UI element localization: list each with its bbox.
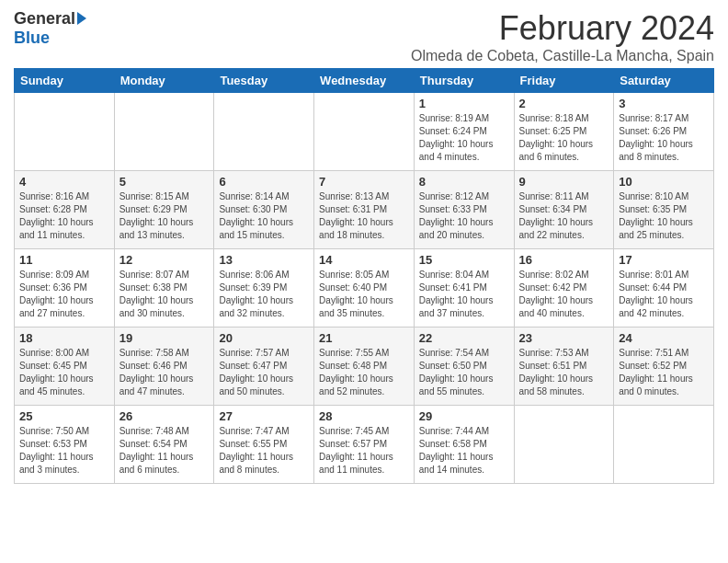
day-number: 3 — [619, 97, 709, 110]
calendar-cell: 28Sunrise: 7:45 AM Sunset: 6:57 PM Dayli… — [314, 406, 415, 484]
day-info: Sunrise: 7:44 AM Sunset: 6:58 PM Dayligh… — [419, 425, 509, 477]
day-info: Sunrise: 8:04 AM Sunset: 6:41 PM Dayligh… — [419, 269, 509, 320]
day-number: 23 — [519, 331, 609, 345]
day-number: 5 — [119, 175, 210, 189]
logo-blue: Blue — [14, 29, 50, 48]
calendar-cell: 8Sunrise: 8:12 AM Sunset: 6:33 PM Daylig… — [414, 171, 514, 249]
day-info: Sunrise: 7:54 AM Sunset: 6:50 PM Dayligh… — [419, 347, 509, 398]
calendar-cell — [214, 93, 314, 171]
day-number: 8 — [419, 175, 509, 189]
calendar-cell: 29Sunrise: 7:44 AM Sunset: 6:58 PM Dayli… — [414, 406, 514, 484]
header-saturday: Saturday — [614, 69, 714, 93]
day-number: 24 — [619, 331, 709, 345]
calendar-cell — [514, 406, 614, 484]
day-number: 9 — [519, 175, 609, 189]
day-number: 13 — [219, 253, 309, 267]
day-number: 25 — [19, 409, 109, 423]
day-info: Sunrise: 8:12 AM Sunset: 6:33 PM Dayligh… — [419, 190, 509, 242]
day-info: Sunrise: 8:17 AM Sunset: 6:26 PM Dayligh… — [619, 112, 709, 164]
main-title: February 2024 — [411, 9, 714, 48]
calendar-cell: 5Sunrise: 8:15 AM Sunset: 6:29 PM Daylig… — [114, 171, 214, 249]
calendar-cell: 7Sunrise: 8:13 AM Sunset: 6:31 PM Daylig… — [314, 171, 415, 249]
calendar-cell: 20Sunrise: 7:57 AM Sunset: 6:47 PM Dayli… — [214, 327, 314, 406]
calendar-cell: 13Sunrise: 8:06 AM Sunset: 6:39 PM Dayli… — [214, 249, 314, 327]
day-number: 21 — [319, 331, 409, 345]
title-section: February 2024 Olmeda de Cobeta, Castille… — [411, 9, 714, 64]
calendar-cell: 22Sunrise: 7:54 AM Sunset: 6:50 PM Dayli… — [414, 327, 514, 406]
day-number: 2 — [519, 97, 609, 110]
calendar-cell — [15, 93, 115, 171]
calendar-cell: 23Sunrise: 7:53 AM Sunset: 6:51 PM Dayli… — [514, 327, 614, 406]
day-number: 28 — [319, 409, 409, 423]
calendar-week-2: 4Sunrise: 8:16 AM Sunset: 6:28 PM Daylig… — [15, 171, 714, 249]
header: General Blue February 2024 Olmeda de Cob… — [14, 9, 714, 64]
header-monday: Monday — [114, 69, 214, 93]
calendar-cell: 17Sunrise: 8:01 AM Sunset: 6:44 PM Dayli… — [614, 249, 714, 327]
day-info: Sunrise: 8:14 AM Sunset: 6:30 PM Dayligh… — [219, 190, 309, 242]
calendar-week-3: 11Sunrise: 8:09 AM Sunset: 6:36 PM Dayli… — [15, 249, 714, 327]
calendar-week-4: 18Sunrise: 8:00 AM Sunset: 6:45 PM Dayli… — [15, 327, 714, 406]
calendar-cell: 3Sunrise: 8:17 AM Sunset: 6:26 PM Daylig… — [614, 93, 714, 171]
day-info: Sunrise: 8:06 AM Sunset: 6:39 PM Dayligh… — [219, 269, 309, 320]
day-info: Sunrise: 8:10 AM Sunset: 6:35 PM Dayligh… — [619, 190, 709, 242]
calendar-cell: 11Sunrise: 8:09 AM Sunset: 6:36 PM Dayli… — [15, 249, 115, 327]
day-info: Sunrise: 8:01 AM Sunset: 6:44 PM Dayligh… — [619, 269, 709, 320]
calendar-week-1: 1Sunrise: 8:19 AM Sunset: 6:24 PM Daylig… — [15, 93, 714, 171]
day-info: Sunrise: 7:50 AM Sunset: 6:53 PM Dayligh… — [19, 425, 109, 477]
calendar-cell — [314, 93, 415, 171]
calendar-week-5: 25Sunrise: 7:50 AM Sunset: 6:53 PM Dayli… — [15, 406, 714, 484]
calendar-cell — [114, 93, 214, 171]
day-number: 16 — [519, 253, 609, 267]
day-info: Sunrise: 8:13 AM Sunset: 6:31 PM Dayligh… — [319, 190, 409, 242]
day-number: 22 — [419, 331, 509, 345]
logo-arrow-icon — [77, 12, 86, 25]
day-number: 10 — [619, 175, 709, 189]
day-info: Sunrise: 8:07 AM Sunset: 6:38 PM Dayligh… — [119, 269, 210, 320]
day-info: Sunrise: 8:18 AM Sunset: 6:25 PM Dayligh… — [519, 112, 609, 164]
calendar-cell: 25Sunrise: 7:50 AM Sunset: 6:53 PM Dayli… — [15, 406, 115, 484]
header-wednesday: Wednesday — [314, 69, 415, 93]
day-info: Sunrise: 8:19 AM Sunset: 6:24 PM Dayligh… — [419, 112, 509, 164]
calendar-cell: 15Sunrise: 8:04 AM Sunset: 6:41 PM Dayli… — [414, 249, 514, 327]
calendar-cell: 1Sunrise: 8:19 AM Sunset: 6:24 PM Daylig… — [414, 93, 514, 171]
day-number: 12 — [119, 253, 210, 267]
day-info: Sunrise: 8:15 AM Sunset: 6:29 PM Dayligh… — [119, 190, 210, 242]
calendar-cell: 19Sunrise: 7:58 AM Sunset: 6:46 PM Dayli… — [114, 327, 214, 406]
calendar-cell: 14Sunrise: 8:05 AM Sunset: 6:40 PM Dayli… — [314, 249, 415, 327]
day-number: 19 — [119, 331, 210, 345]
calendar-cell: 21Sunrise: 7:55 AM Sunset: 6:48 PM Dayli… — [314, 327, 415, 406]
logo-general: General — [14, 9, 75, 29]
calendar-cell: 6Sunrise: 8:14 AM Sunset: 6:30 PM Daylig… — [214, 171, 314, 249]
day-number: 11 — [19, 253, 109, 267]
header-friday: Friday — [514, 69, 614, 93]
day-number: 7 — [319, 175, 409, 189]
calendar-cell — [614, 406, 714, 484]
day-info: Sunrise: 7:45 AM Sunset: 6:57 PM Dayligh… — [319, 425, 409, 477]
day-info: Sunrise: 7:47 AM Sunset: 6:55 PM Dayligh… — [219, 425, 309, 477]
day-info: Sunrise: 8:00 AM Sunset: 6:45 PM Dayligh… — [19, 347, 109, 398]
subtitle: Olmeda de Cobeta, Castille-La Mancha, Sp… — [411, 48, 714, 64]
day-number: 26 — [119, 409, 210, 423]
day-number: 18 — [19, 331, 109, 345]
day-info: Sunrise: 8:09 AM Sunset: 6:36 PM Dayligh… — [19, 269, 109, 320]
calendar-table: Sunday Monday Tuesday Wednesday Thursday… — [14, 68, 714, 484]
calendar-cell: 9Sunrise: 8:11 AM Sunset: 6:34 PM Daylig… — [514, 171, 614, 249]
day-info: Sunrise: 8:16 AM Sunset: 6:28 PM Dayligh… — [19, 190, 109, 242]
day-info: Sunrise: 7:57 AM Sunset: 6:47 PM Dayligh… — [219, 347, 309, 398]
calendar-cell: 26Sunrise: 7:48 AM Sunset: 6:54 PM Dayli… — [114, 406, 214, 484]
calendar-cell: 4Sunrise: 8:16 AM Sunset: 6:28 PM Daylig… — [15, 171, 115, 249]
calendar-cell: 16Sunrise: 8:02 AM Sunset: 6:42 PM Dayli… — [514, 249, 614, 327]
calendar-cell: 18Sunrise: 8:00 AM Sunset: 6:45 PM Dayli… — [15, 327, 115, 406]
day-number: 15 — [419, 253, 509, 267]
day-number: 29 — [419, 409, 509, 423]
header-tuesday: Tuesday — [214, 69, 314, 93]
day-number: 17 — [619, 253, 709, 267]
page-container: General Blue February 2024 Olmeda de Cob… — [0, 0, 728, 493]
calendar-cell: 27Sunrise: 7:47 AM Sunset: 6:55 PM Dayli… — [214, 406, 314, 484]
day-number: 27 — [219, 409, 309, 423]
day-info: Sunrise: 8:05 AM Sunset: 6:40 PM Dayligh… — [319, 269, 409, 320]
day-number: 6 — [219, 175, 309, 189]
calendar-cell: 24Sunrise: 7:51 AM Sunset: 6:52 PM Dayli… — [614, 327, 714, 406]
day-info: Sunrise: 7:55 AM Sunset: 6:48 PM Dayligh… — [319, 347, 409, 398]
day-info: Sunrise: 7:58 AM Sunset: 6:46 PM Dayligh… — [119, 347, 210, 398]
